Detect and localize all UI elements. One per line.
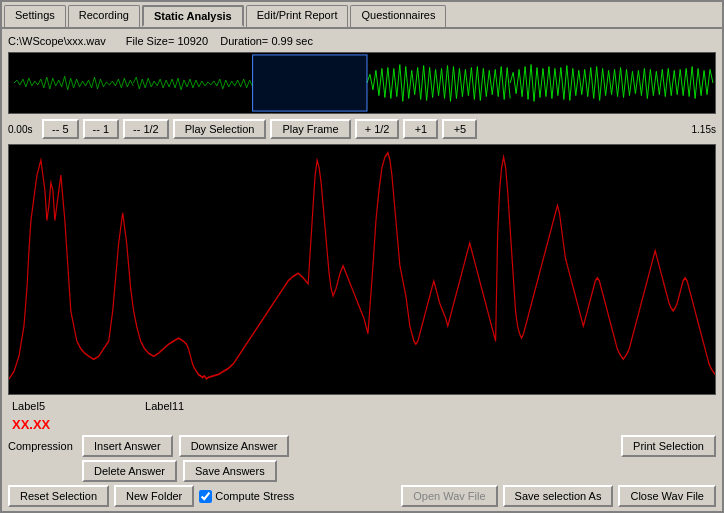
chart-label2: Label11 [145, 400, 184, 412]
tab-settings[interactable]: Settings [4, 5, 66, 27]
content-area: C:\WScope\xxx.wav File Size= 10920 Durat… [2, 29, 722, 511]
btn-new-folder[interactable]: New Folder [114, 485, 194, 507]
btn-downsize-answer[interactable]: Downsize Answer [179, 435, 290, 457]
btn-play-selection[interactable]: Play Selection [173, 119, 267, 139]
main-window: Settings Recording Static Analysis Edit/… [0, 0, 724, 513]
btn-plus1[interactable]: +1 [403, 119, 438, 139]
compression-label: Compression [8, 440, 76, 452]
bottom-controls: Compression Insert Answer Downsize Answe… [8, 435, 716, 507]
chart-label1: Label5 [12, 400, 45, 412]
btn-save-selection-as[interactable]: Save selection As [503, 485, 614, 507]
tab-edit-print[interactable]: Edit/Print Report [246, 5, 349, 27]
tab-questionnaires[interactable]: Questionnaires [350, 5, 446, 27]
svg-rect-1 [253, 55, 367, 111]
btn-open-wav: Open Wav File [401, 485, 497, 507]
tab-static-analysis[interactable]: Static Analysis [142, 5, 244, 27]
compute-stress-label: Compute Stress [199, 490, 294, 503]
btn-plus5[interactable]: +5 [442, 119, 477, 139]
time-start: 0.00s [8, 124, 38, 135]
btn-play-frame[interactable]: Play Frame [270, 119, 350, 139]
svg-rect-2 [9, 145, 715, 394]
btn-plus-half[interactable]: + 1/2 [355, 119, 400, 139]
btn-save-answers[interactable]: Save Answers [183, 460, 277, 482]
chart-labels: Label5 Label11 [8, 398, 716, 414]
footer-row: Reset Selection New Folder Compute Stres… [8, 485, 716, 507]
btn-minus1[interactable]: -- 1 [83, 119, 120, 139]
btn-reset-selection[interactable]: Reset Selection [8, 485, 109, 507]
compute-stress-text: Compute Stress [215, 490, 294, 502]
tab-recording[interactable]: Recording [68, 5, 140, 27]
btn-minus5[interactable]: -- 5 [42, 119, 79, 139]
btn-delete-answer[interactable]: Delete Answer [82, 460, 177, 482]
btn-print-selection[interactable]: Print Selection [621, 435, 716, 457]
time-controls: 0.00s -- 5 -- 1 -- 1/2 Play Selection Pl… [8, 117, 716, 141]
tab-bar: Settings Recording Static Analysis Edit/… [2, 2, 722, 29]
file-path: C:\WScope\xxx.wav [8, 35, 106, 47]
stress-value: XX.XX [8, 417, 716, 432]
btn-close-wav[interactable]: Close Wav File [618, 485, 716, 507]
controls-row-1: Compression Insert Answer Downsize Answe… [8, 435, 716, 457]
btn-minus-half[interactable]: -- 1/2 [123, 119, 169, 139]
controls-row-2: Delete Answer Save Answers [8, 460, 716, 482]
analysis-chart [8, 144, 716, 395]
time-end: 1.15s [686, 124, 716, 135]
file-size: File Size= 10920 Duration= 0.99 sec [126, 35, 313, 47]
waveform-display [8, 52, 716, 114]
file-info: C:\WScope\xxx.wav File Size= 10920 Durat… [8, 33, 716, 49]
compute-stress-checkbox[interactable] [199, 490, 212, 503]
btn-insert-answer[interactable]: Insert Answer [82, 435, 173, 457]
